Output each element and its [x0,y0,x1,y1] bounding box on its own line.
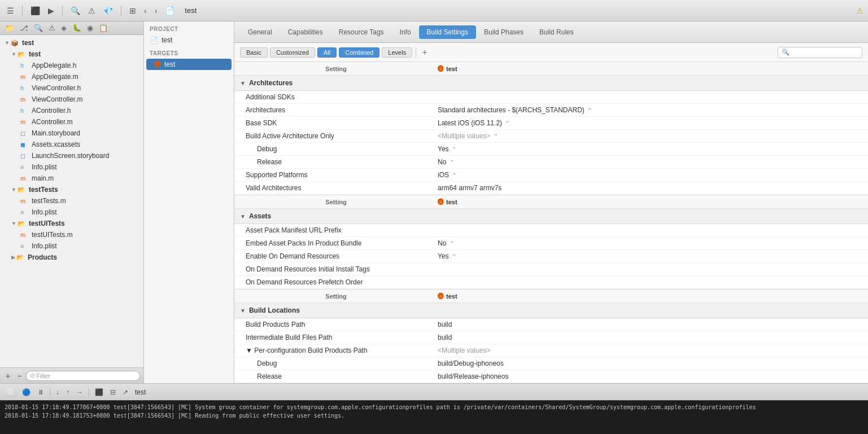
bottom-split-icon[interactable]: ⊟ [108,387,118,397]
list-item[interactable]: ◼ Assets.xcassets [0,139,143,150]
col-setting-header: Setting [234,198,432,207]
setting-row[interactable]: Asset Pack Manifest URL Prefix [234,224,868,237]
breakpoint-icon[interactable]: 💎 [101,5,115,16]
target-item[interactable]: 🅐 test [146,59,232,70]
setting-row[interactable]: On Demand Resources Prefetch Order [234,276,868,289]
tab-info[interactable]: Info [392,25,419,39]
setting-row[interactable]: Debug build/Debug-iphoneos [234,357,868,370]
assets-toggle-icon: ▼ [240,213,246,220]
bottom-share-icon[interactable]: ↗ [120,387,130,397]
warning-icon[interactable]: ⚠ [86,5,98,16]
list-item[interactable]: h ViewController.h [0,82,143,94]
list-item[interactable]: h AppDelegate.h [0,60,143,71]
toolbar-sep-1 [22,6,23,16]
bottom-view-icon[interactable]: 🔵 [20,387,33,397]
setting-row[interactable]: Supported Platforms iOS ⌃ [234,169,868,182]
tab-capabilities[interactable]: Capabilities [280,25,331,39]
bottom-step-icon[interactable]: ↓ [54,387,62,397]
h-file-icon: h [20,62,29,69]
list-item[interactable]: ◻ LaunchScreen.storyboard [0,150,143,161]
nav-breakpoint-icon[interactable]: ◉ [85,23,95,33]
list-item[interactable]: m testTests.m [0,195,143,207]
filter-basic-button[interactable]: Basic [240,47,268,58]
assets-title: Assets [249,212,271,220]
nav-report-icon[interactable]: 📋 [97,23,110,33]
setting-row[interactable]: Intermediate Build Files Path build [234,331,868,344]
tree-group-testtests[interactable]: ▼ 📂 testTests [0,184,143,195]
architectures-toggle-icon: ▼ [240,80,246,86]
list-item[interactable]: h AController.h [0,105,143,116]
stop-icon[interactable]: ⬛ [28,5,42,16]
setting-row[interactable]: Build Active Architecture Only <Multiple… [234,130,868,143]
setting-row[interactable]: Additional SDKs [234,91,868,104]
setting-row[interactable]: Debug Yes ⌃ [234,143,868,156]
xcode-icon: 🅐 [438,65,444,72]
nav-git-icon[interactable]: ⎇ [18,23,30,33]
setting-row[interactable]: Enable On Demand Resources Yes ⌃ [234,250,868,263]
tab-general[interactable]: General [240,25,280,39]
setting-row[interactable]: Embed Asset Packs In Product Bundle No ⌃ [234,237,868,250]
nav-folder-icon[interactable]: 📁 [3,23,16,33]
filter-all-button[interactable]: All [317,47,337,58]
back-icon[interactable]: ‹ [142,5,149,16]
add-file-button[interactable]: + [3,371,12,381]
settings-search-input[interactable]: 🔍 [778,47,862,58]
filter-input[interactable]: ⊙ Filter [26,371,140,381]
setting-row[interactable]: Release No ⌃ [234,156,868,169]
bottom-stepout-icon[interactable]: ↑ [64,387,72,397]
setting-name: Valid Architectures [234,183,432,193]
setting-row[interactable]: Build Products Path build [234,318,868,331]
assets-title-row[interactable]: ▼ Assets [234,209,868,224]
setting-row[interactable]: Architectures Standard architectures - $… [234,104,868,117]
filter-combined-button[interactable]: Combined [339,47,380,58]
tree-group-test[interactable]: ▼ 📂 test [0,49,143,60]
tree-group-testuitests[interactable]: ▼ 📂 testUITests [0,218,143,229]
run-icon[interactable]: ▶ [46,5,56,16]
grid-icon[interactable]: ⊞ [127,5,138,16]
nav-test-icon[interactable]: ◈ [59,23,68,33]
list-item[interactable]: m AController.m [0,116,143,128]
sidebar-toggle-icon[interactable]: ☰ [5,5,16,16]
setting-row[interactable]: ▼ Per-configuration Build Products Path … [234,344,868,357]
tree-group-products[interactable]: ▶ 📂 Products [0,252,143,263]
tree-root[interactable]: ▼ 📦 test [0,37,143,49]
list-item[interactable]: ≡ Info.plist [0,240,143,252]
list-item[interactable]: m main.m [0,173,143,184]
add-setting-button[interactable]: + [420,47,429,58]
nav-search-icon[interactable]: 🔍 [32,23,45,33]
bottom-sidebar-icon[interactable]: ⬜ [5,387,18,397]
tab-build-phases[interactable]: Build Phases [476,25,531,39]
filter-customized-button[interactable]: Customized [270,47,315,58]
tab-bar: General Capabilities Resource Tags Info … [234,21,868,43]
setting-row[interactable]: On Demand Resources Initial Install Tags [234,263,868,276]
remove-file-button[interactable]: − [15,371,24,381]
bottom-pause-icon[interactable]: ⏸ [35,387,46,397]
list-item[interactable]: m ViewController.m [0,94,143,105]
nav-debug-icon[interactable]: 🐛 [71,23,83,33]
main-storyboard-item[interactable]: ◻ Main.storyboard [0,128,143,139]
list-item[interactable]: ≡ Info.plist [0,161,143,173]
search-icon[interactable]: 🔍 [68,5,82,16]
bottom-debug-icon[interactable]: ⬛ [93,387,106,397]
list-item[interactable]: m AppDelegate.m [0,71,143,82]
file-label: LaunchScreen.storyboard [32,152,109,160]
tab-build-settings[interactable]: Build Settings [419,25,476,39]
project-item[interactable]: 📄 test [144,34,234,46]
setting-row[interactable]: Release build/Release-iphoneos [234,370,868,383]
filter-sep [416,47,416,58]
tab-build-rules[interactable]: Build Rules [531,25,582,39]
setting-name: Release [234,157,432,167]
list-item[interactable]: m testUITests.m [0,229,143,240]
filter-levels-button[interactable]: Levels [382,47,412,58]
architectures-title-row[interactable]: ▼ Architectures [234,76,868,91]
nav-warning-icon[interactable]: ⚠ [47,23,57,33]
build-locations-title-row[interactable]: ▼ Build Locations [234,303,868,318]
toolbar-warning-icon[interactable]: ⚠ [856,6,863,15]
tab-resource-tags[interactable]: Resource Tags [331,25,392,39]
list-item[interactable]: ≡ Info.plist [0,207,143,218]
forward-icon[interactable]: › [152,5,160,16]
settings-content: Setting 🅐 test ▼ Architectures Additiona… [234,62,868,383]
setting-row[interactable]: Valid Architectures arm64 armv7 armv7s [234,182,868,195]
bottom-stepover-icon[interactable]: → [74,387,85,397]
setting-row[interactable]: Base SDK Latest iOS (iOS 11.2) ⌃ [234,117,868,130]
